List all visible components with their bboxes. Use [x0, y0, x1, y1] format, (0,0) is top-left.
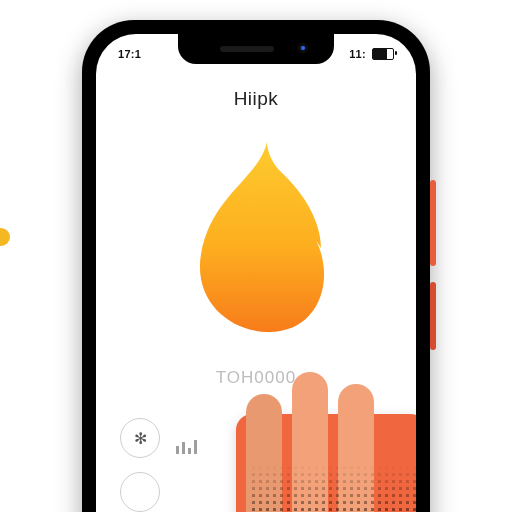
ambient-blob: [0, 228, 10, 246]
adjust-icon: ✻: [134, 429, 147, 448]
adjust-button[interactable]: ✻: [120, 418, 160, 458]
halftone-overlay: [250, 464, 416, 512]
side-button-lower: [430, 282, 436, 350]
phone-frame: 17:1 11: Hiipk: [82, 20, 430, 512]
flame-icon[interactable]: [171, 136, 341, 336]
secondary-button[interactable]: [120, 472, 160, 512]
status-bar: 17:1 11:: [96, 44, 416, 64]
app-title: Hiipk: [96, 88, 416, 110]
artboard: 17:1 11: Hiipk: [0, 0, 512, 512]
battery-icon: [372, 48, 394, 60]
status-time-right: 11:: [349, 48, 366, 60]
side-button-upper: [430, 180, 436, 266]
screen: 17:1 11: Hiipk: [96, 34, 416, 512]
control-column: ✻: [120, 418, 160, 512]
status-time-left: 17:1: [118, 48, 141, 60]
level-bars-icon: [176, 434, 197, 454]
